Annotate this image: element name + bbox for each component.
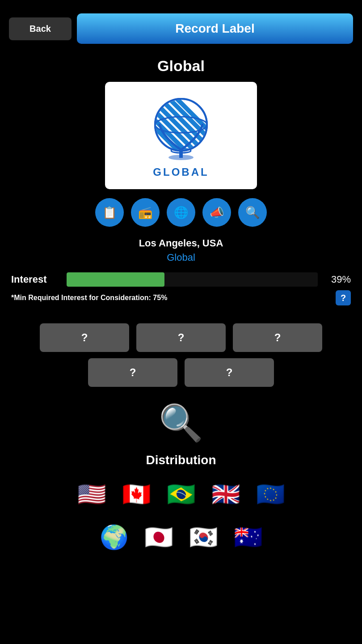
label-name: Global [157, 57, 205, 75]
checklist-icon[interactable]: 📋 [95, 198, 124, 227]
korea-flag: 🇰🇷 [185, 519, 221, 555]
megaphone-icon[interactable]: 📣 [202, 198, 231, 227]
search-magnifier-area: 🔍 [159, 402, 203, 444]
mystery-section: ? ? ? ? ? [11, 323, 351, 393]
interest-progress-bg [67, 272, 318, 287]
label-logo-box: GLOBAL [105, 82, 257, 189]
record-label-title-button[interactable]: Record Label [77, 13, 353, 44]
magnifier-icon: 🔍 [159, 402, 203, 444]
globe-svg-icon [145, 93, 217, 164]
africa-flag: 🌍 [96, 519, 132, 555]
svg-point-4 [156, 100, 206, 150]
mystery-button-4[interactable]: ? [88, 358, 177, 387]
help-button[interactable]: ? [336, 290, 351, 305]
interest-row: Interest 39% [11, 272, 351, 287]
interest-label: Interest [11, 274, 60, 285]
japan-flag: 🇯🇵 [141, 519, 177, 555]
search-icon[interactable]: 🔍 [238, 198, 267, 227]
mystery-row-1: ? ? ? [11, 323, 351, 352]
svg-point-12 [155, 99, 207, 151]
global-radio-icon[interactable]: 🌐 [167, 198, 195, 227]
logo-global-text: GLOBAL [153, 166, 209, 178]
brazil-flag: 🇧🇷 [163, 476, 199, 512]
canada-flag: 🇨🇦 [118, 476, 154, 512]
label-location: Los Angeles, USA [139, 237, 223, 249]
radio-icon[interactable]: 📻 [131, 198, 160, 227]
min-required-row: *Min Required Interest for Consideration… [11, 290, 351, 305]
back-button[interactable]: Back [9, 17, 72, 40]
distribution-title: Distribution [146, 453, 216, 467]
min-required-text: *Min Required Interest for Consideration… [11, 294, 167, 302]
australia-flag: 🇦🇺 [230, 519, 266, 555]
label-logo-inner: GLOBAL [145, 93, 217, 178]
eu-flag: 🇪🇺 [253, 476, 288, 512]
flags-row-1: 🇺🇸 🇨🇦 🇧🇷 🇬🇧 🇪🇺 [74, 476, 288, 512]
mystery-button-2[interactable]: ? [136, 323, 226, 352]
interest-section: Interest 39% *Min Required Interest for … [11, 272, 351, 305]
uk-flag: 🇬🇧 [208, 476, 244, 512]
icon-row: 📋 📻 🌐 📣 🔍 [95, 198, 267, 227]
interest-progress-fill [67, 272, 164, 287]
mystery-button-1[interactable]: ? [40, 323, 129, 352]
header: Back Record Label [0, 0, 362, 53]
interest-percent: 39% [324, 274, 351, 285]
mystery-button-5[interactable]: ? [185, 358, 274, 387]
flags-row-2: 🌍 🇯🇵 🇰🇷 🇦🇺 [96, 519, 266, 555]
mystery-row-2: ? ? [11, 358, 351, 387]
usa-flag: 🇺🇸 [74, 476, 109, 512]
mystery-button-3[interactable]: ? [233, 323, 322, 352]
main-content: Global [0, 53, 362, 580]
label-scope: Global [167, 252, 195, 263]
